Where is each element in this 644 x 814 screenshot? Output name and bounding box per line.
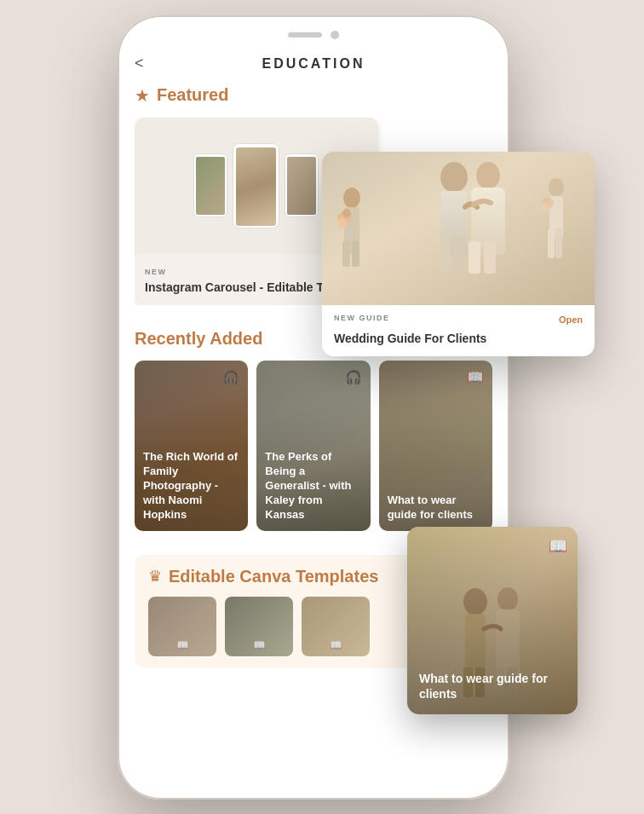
wedding-photo-svg: [322, 152, 595, 305]
screen-header: < EDUCATION: [135, 48, 492, 85]
book-icon-1: 📖: [467, 369, 484, 385]
featured-header: ★ Featured: [135, 85, 492, 106]
popup-card-title: What to wear guide for clients: [419, 671, 566, 701]
wedding-card-photo: [322, 152, 595, 305]
featured-title: Featured: [157, 85, 228, 105]
wedding-card-action[interactable]: Open: [559, 315, 583, 325]
popup-card-bg: 📖 What to wear guide for clients: [407, 527, 578, 714]
phone-container: < EDUCATION ★ Featured: [118, 15, 526, 800]
notch-pill: [288, 32, 322, 38]
popup-card[interactable]: 📖 What to wear guide for clients: [407, 527, 578, 714]
recently-card-1[interactable]: 🎧 The Rich World of Family Photography -…: [135, 361, 248, 531]
phone-notch: [118, 15, 509, 48]
mock-phone-right: [285, 153, 319, 217]
svg-rect-18: [352, 241, 359, 267]
wedding-card-title: Wedding Guide For Clients: [334, 331, 583, 346]
svg-point-20: [337, 218, 348, 228]
svg-rect-3: [548, 228, 555, 258]
recently-card-3-title: What to wear guide for clients: [388, 494, 484, 522]
notch-dot: [331, 31, 339, 39]
book-icon-canva-3: 📖: [330, 639, 342, 651]
headphones-icon-1: 🎧: [222, 369, 239, 385]
wedding-card-top: NEW GUIDE Open: [334, 314, 583, 326]
svg-rect-13: [469, 241, 480, 274]
svg-rect-10: [453, 237, 464, 271]
svg-point-11: [476, 162, 500, 189]
book-icon-canva-1: 📖: [176, 639, 189, 651]
page-title: EDUCATION: [262, 56, 365, 72]
recently-card-3[interactable]: 📖 What to wear guide for clients: [379, 361, 492, 531]
svg-rect-17: [342, 241, 350, 267]
crown-icon: ♛: [148, 567, 162, 586]
star-icon: ★: [135, 85, 150, 106]
svg-point-21: [342, 209, 351, 217]
recently-card-2[interactable]: 🎧 The Perks of Being a Generalist - with…: [256, 361, 370, 531]
svg-point-15: [343, 188, 360, 208]
canva-mini-card-3[interactable]: 📖: [302, 597, 370, 656]
svg-rect-14: [484, 241, 496, 274]
canva-mini-card-2[interactable]: 📖: [225, 597, 293, 656]
svg-rect-4: [555, 228, 562, 258]
canva-left: ♛ Editable Canva Templates: [148, 567, 378, 586]
recently-cards-list: 🎧 The Rich World of Family Photography -…: [135, 361, 492, 531]
mock-phone-center: [233, 143, 279, 228]
back-button[interactable]: <: [135, 55, 144, 72]
instagram-card-badge: NEW: [145, 268, 167, 276]
recently-title: Recently Added: [135, 329, 262, 349]
wedding-card-info: NEW GUIDE Open Wedding Guide For Clients: [322, 305, 595, 356]
wedding-card-badge: NEW GUIDE: [334, 314, 390, 322]
recently-card-2-title: The Perks of Being a Generalist - with K…: [265, 450, 361, 522]
recently-card-1-title: The Rich World of Family Photography - w…: [143, 450, 239, 522]
svg-point-6: [541, 203, 549, 211]
headphones-icon-2: 🎧: [345, 369, 362, 385]
book-icon-popup: 📖: [549, 537, 567, 556]
recently-section: Recently Added 🎧 The Rich World of Famil…: [135, 329, 492, 531]
svg-point-1: [549, 178, 564, 197]
canva-title: Editable Canva Templates: [169, 567, 378, 586]
mock-phone-left: [193, 153, 227, 217]
book-icon-canva-2: 📖: [253, 639, 266, 651]
svg-point-7: [440, 162, 468, 193]
canva-mini-card-1[interactable]: 📖: [148, 597, 216, 656]
wedding-card-overlay[interactable]: NEW GUIDE Open Wedding Guide For Clients: [322, 152, 595, 356]
svg-rect-9: [440, 237, 451, 271]
